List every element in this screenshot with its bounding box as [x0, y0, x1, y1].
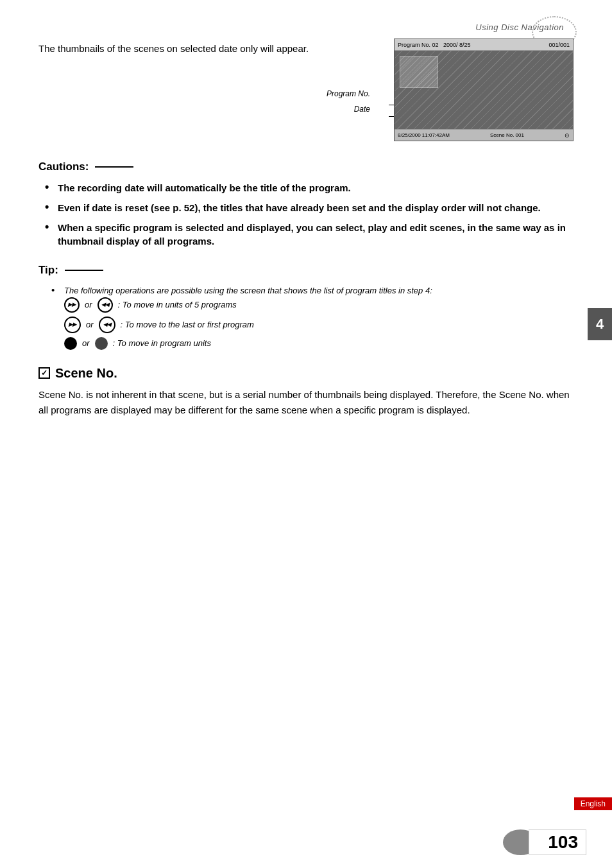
dot-icon-1 [64, 337, 77, 350]
screen-header-bar: Program No. 02 2000/ 8/25 001/001 [395, 39, 573, 51]
cautions-heading-line [95, 166, 133, 168]
header-section: Using Disc Navigation [38, 19, 574, 32]
tip-desc-3: : To move in program units [113, 338, 211, 348]
screen-diagonal-lines [395, 51, 573, 129]
tip-icon-pair-4: ◀◀ [99, 317, 115, 333]
ff-icon-1: ▶▶ [64, 297, 80, 313]
screen-body [395, 51, 573, 129]
caution-item-2: Even if date is reset (see p. 52), the t… [45, 201, 574, 214]
screen-program-info: Program No. 02 2000/ 8/25 [398, 42, 471, 48]
scene-heading: ✓ Scene No. [38, 366, 574, 381]
tip-desc-1: : To move in units of 5 programs [118, 300, 237, 309]
screen-container: Program No. Date Program No. 02 2000/ 8/… [394, 39, 574, 141]
program-no-label: Program No. [327, 86, 370, 101]
cautions-heading-text: Cautions: [38, 161, 89, 173]
tip-heading-line [65, 270, 103, 271]
ff-icon-2: ▶▶ [64, 317, 81, 333]
tip-or-1: or [85, 300, 92, 309]
tip-row-3: or : To move in program units [51, 337, 574, 350]
tip-intro-text: The following operations are possible us… [64, 286, 432, 295]
rew-icon-2: ◀◀ [99, 317, 115, 333]
rew-icon-1: ◀◀ [98, 297, 113, 313]
cautions-section: Cautions: The recording date will automa… [38, 161, 574, 248]
intro-text: The thumbnails of the scenes on selected… [38, 39, 375, 56]
screen-labels: Program No. Date [327, 86, 370, 117]
page-container: Using Disc Navigation The thumbnails of … [0, 0, 612, 868]
chapter-tab: 4 [588, 308, 612, 340]
english-label: English [574, 797, 612, 810]
tip-row-1: ▶▶ or ◀◀ : To move in units of 5 program… [51, 297, 574, 313]
language-text: English [581, 799, 606, 808]
cautions-heading: Cautions: [38, 161, 574, 173]
tip-content: The following operations are possible us… [38, 284, 574, 350]
header-title: Using Disc Navigation [475, 19, 574, 32]
tip-desc-2: : To move to the last or first program [121, 320, 254, 329]
scene-section: ✓ Scene No. Scene No. is not inherent in… [38, 366, 574, 418]
tip-icon-pair-1: ▶▶ [64, 297, 80, 313]
screen-time: 8/25/2000 11:07:42AM [398, 132, 450, 138]
caution-item-3: When a specific program is selected and … [45, 221, 574, 248]
screen-image: Program No. 02 2000/ 8/25 001/001 8/25/2… [394, 39, 574, 141]
scene-body-text: Scene No. is not inherent in that scene,… [38, 387, 574, 418]
date-label: Date [327, 101, 370, 117]
screen-footer-bar: 8/25/2000 11:07:42AM Scene No. 001 ⊙ [395, 129, 573, 141]
scene-checkbox-icon: ✓ [38, 367, 50, 379]
tip-section: Tip: The following operations are possib… [38, 264, 574, 350]
top-content: The thumbnails of the scenes on selected… [38, 39, 574, 141]
tip-heading-text: Tip: [38, 264, 58, 277]
page-number-box: 103 [529, 829, 586, 855]
page-number-text: 103 [548, 832, 578, 852]
screen-play-bar: ✦ ▶ ENTER PLAY [395, 141, 573, 141]
cautions-list: The recording date will automatically be… [38, 181, 574, 248]
tip-row-2: ▶▶ or ◀◀ : To move to the last or first … [51, 317, 574, 333]
tip-or-3: or [82, 338, 90, 348]
tip-or-2: or [86, 320, 94, 329]
screen-counter: 001/001 [548, 42, 570, 48]
tip-heading: Tip: [38, 264, 574, 277]
tip-icon-pair-3: ▶▶ [64, 317, 81, 333]
scene-heading-text: Scene No. [55, 366, 117, 381]
screen-scene-no: Scene No. 001 [490, 132, 524, 138]
caution-item-1: The recording date will automatically be… [45, 181, 574, 195]
chapter-number: 4 [596, 316, 604, 333]
dot-icon-2 [95, 337, 108, 350]
page-number-section: 103 [503, 829, 586, 855]
tip-bullet: The following operations are possible us… [51, 284, 574, 297]
tip-icon-pair-2: ◀◀ [98, 297, 113, 313]
